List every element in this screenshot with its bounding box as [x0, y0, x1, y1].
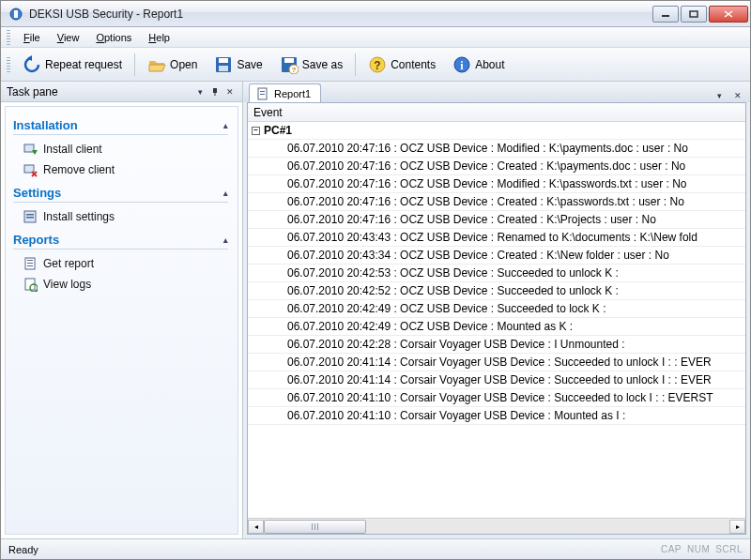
save-as-button[interactable]: ? Save as	[271, 51, 351, 79]
event-row[interactable]: 06.07.2010 20:41:14 : Corsair Voyager US…	[248, 371, 745, 389]
minimize-button[interactable]	[652, 6, 679, 23]
menu-view-label: V	[57, 32, 64, 43]
close-button[interactable]	[709, 6, 748, 23]
group-label: PC#1	[264, 124, 292, 137]
divider	[13, 134, 228, 135]
toolbar-separator	[355, 53, 356, 76]
repeat-request-button[interactable]: Repeat request	[14, 51, 130, 79]
contents-button[interactable]: ? Contents	[360, 51, 444, 79]
report-pane: Report1 ▾ ✕ Event − PC#1 06.07.2010 20:4…	[243, 82, 750, 538]
help-icon: ?	[368, 55, 387, 74]
settings-icon	[23, 209, 38, 224]
event-row[interactable]: 06.07.2010 20:47:16 : OCZ USB Device : M…	[248, 175, 745, 193]
tab-close-icon[interactable]: ✕	[731, 89, 744, 102]
event-row[interactable]: 06.07.2010 20:47:16 : OCZ USB Device : C…	[248, 158, 745, 175]
svg-text:?: ?	[291, 66, 296, 74]
floppy-icon	[214, 55, 233, 74]
scroll-right-icon[interactable]: ▸	[729, 520, 745, 534]
menu-file-label: F	[23, 32, 30, 43]
svg-rect-31	[27, 265, 33, 266]
group-row-pc1[interactable]: − PC#1	[248, 122, 745, 140]
section-installation[interactable]: Installation ▴	[13, 118, 228, 132]
event-row[interactable]: 06.07.2010 20:41:14 : Corsair Voyager US…	[248, 354, 745, 371]
menu-file-rest: ile	[30, 32, 40, 43]
svg-rect-36	[260, 91, 265, 92]
menu-file[interactable]: File	[16, 30, 48, 45]
event-row[interactable]: 06.07.2010 20:42:28 : Corsair Voyager US…	[248, 336, 745, 354]
task-install-client[interactable]: Install client	[13, 139, 228, 159]
main-area: Task pane ▾ ✕ Installation ▴ Install cli…	[1, 82, 750, 538]
scroll-track[interactable]	[264, 520, 729, 534]
tab-report1[interactable]: Report1	[249, 83, 321, 102]
svg-rect-29	[27, 260, 33, 261]
toolbar: Repeat request Open Save ? Save as ? Con…	[1, 48, 750, 82]
task-install-settings[interactable]: Install settings	[13, 206, 228, 227]
floppy-question-icon: ?	[280, 55, 299, 74]
event-row[interactable]: 06.07.2010 20:47:16 : OCZ USB Device : C…	[248, 211, 745, 229]
info-icon: i	[452, 55, 471, 74]
scroll-thumb[interactable]	[264, 520, 366, 534]
event-row[interactable]: 06.07.2010 20:42:53 : OCZ USB Device : S…	[248, 265, 745, 282]
pin-icon[interactable]	[208, 85, 222, 98]
menu-view[interactable]: View	[50, 30, 87, 45]
open-button[interactable]: Open	[139, 51, 206, 79]
event-row[interactable]: 06.07.2010 20:43:34 : OCZ USB Device : C…	[248, 247, 745, 265]
svg-rect-9	[219, 66, 228, 71]
svg-rect-3	[690, 11, 697, 17]
svg-text:?: ?	[374, 59, 380, 72]
cap-indicator: CAP	[661, 544, 682, 554]
save-as-label: Save as	[302, 58, 343, 71]
close-pane-icon[interactable]: ✕	[223, 85, 237, 98]
collapse-group-icon[interactable]: −	[252, 127, 260, 135]
task-remove-client[interactable]: Remove client	[13, 159, 228, 180]
save-button[interactable]: Save	[206, 51, 270, 79]
event-row[interactable]: 06.07.2010 20:42:52 : OCZ USB Device : S…	[248, 282, 745, 300]
task-install-client-label: Install client	[43, 143, 102, 156]
scrl-indicator: SCRL	[715, 544, 743, 554]
svg-rect-1	[14, 10, 18, 18]
maximize-button[interactable]	[681, 6, 707, 23]
divider	[13, 249, 228, 250]
event-list: 06.07.2010 20:47:16 : OCZ USB Device : M…	[248, 140, 745, 518]
menubar-handle[interactable]	[7, 30, 10, 45]
dropdown-icon[interactable]: ▾	[193, 85, 207, 98]
task-view-logs[interactable]: View logs	[13, 274, 228, 295]
event-row[interactable]: 06.07.2010 20:43:43 : OCZ USB Device : R…	[248, 229, 745, 247]
section-reports[interactable]: Reports ▴	[13, 233, 228, 247]
event-row[interactable]: 06.07.2010 20:41:10 : Corsair Voyager US…	[248, 407, 745, 425]
tab-dropdown-icon[interactable]: ▾	[713, 89, 726, 102]
section-reports-label: Reports	[13, 233, 59, 247]
section-settings[interactable]: Settings ▴	[13, 186, 228, 200]
titlebar: DEKSI USB Security - Report1	[1, 1, 750, 27]
horizontal-scrollbar[interactable]: ◂ ▸	[248, 518, 745, 534]
about-button[interactable]: i About	[444, 51, 513, 79]
task-view-logs-label: View logs	[43, 278, 91, 291]
menubar: File View Options Help	[1, 27, 750, 48]
window-title: DEKSI USB Security - Report1	[29, 8, 652, 21]
task-get-report[interactable]: Get report	[13, 253, 228, 274]
document-icon	[255, 86, 270, 101]
event-row[interactable]: 06.07.2010 20:42:49 : OCZ USB Device : S…	[248, 300, 745, 318]
scroll-left-icon[interactable]: ◂	[248, 520, 264, 534]
svg-rect-2	[662, 15, 669, 17]
event-row[interactable]: 06.07.2010 20:47:16 : OCZ USB Device : C…	[248, 193, 745, 211]
svg-rect-8	[219, 58, 228, 63]
app-icon	[8, 7, 23, 22]
divider	[13, 202, 228, 203]
menu-help[interactable]: Help	[141, 30, 177, 45]
tab-report1-label: Report1	[274, 88, 311, 99]
svg-rect-19	[215, 93, 216, 96]
column-header-event[interactable]: Event	[248, 103, 745, 122]
event-row[interactable]: 06.07.2010 20:42:49 : OCZ USB Device : M…	[248, 318, 745, 336]
open-label: Open	[170, 58, 197, 71]
svg-rect-18	[213, 88, 217, 93]
event-row[interactable]: 06.07.2010 20:47:16 : OCZ USB Device : M…	[248, 140, 745, 158]
task-pane-body: Installation ▴ Install client Remove cli…	[5, 106, 238, 535]
svg-rect-30	[27, 263, 33, 264]
toolbar-handle[interactable]	[7, 57, 10, 72]
event-row[interactable]: 06.07.2010 20:41:10 : Corsair Voyager US…	[248, 389, 745, 407]
repeat-request-label: Repeat request	[45, 58, 122, 71]
task-remove-client-label: Remove client	[43, 163, 115, 176]
section-settings-label: Settings	[13, 186, 61, 200]
menu-options[interactable]: Options	[88, 30, 139, 45]
